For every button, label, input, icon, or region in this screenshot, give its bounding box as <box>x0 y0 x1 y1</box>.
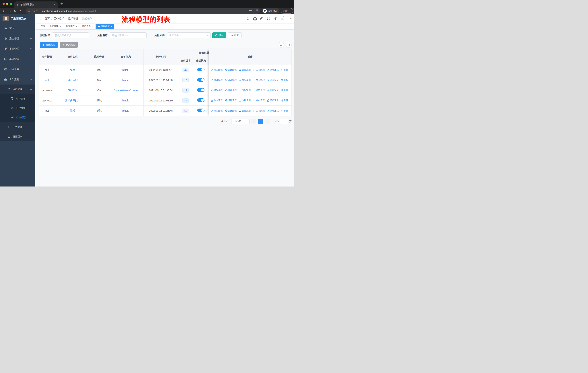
help-icon[interactable] <box>260 17 263 20</box>
op-publish-link[interactable]: ☝发布流程 <box>253 89 265 92</box>
process-name-link[interactable]: 自己审批 <box>67 79 78 81</box>
home-button[interactable]: ⌂ <box>18 10 23 13</box>
reset-button[interactable]: ↻ 重置 <box>228 32 242 38</box>
op-design-link[interactable]: ⚙设计流程 <box>225 109 237 112</box>
search-icon[interactable] <box>246 17 250 20</box>
page-size-select[interactable]: 10条/页 <box>231 119 250 124</box>
import-process-button[interactable]: 导入流程 <box>60 42 78 48</box>
process-name-link[interactable]: 测试多审批人 <box>65 99 80 102</box>
tab-tenant[interactable]: 租户管理× <box>48 24 63 29</box>
op-definition-link[interactable]: 流程定义 <box>267 99 279 102</box>
sidebar-item-infra[interactable]: 基础设施 <box>0 54 35 64</box>
breadcrumb-workflow[interactable]: 工作流程 <box>54 17 64 20</box>
tab-process-model[interactable]: 流程模型× <box>96 24 114 29</box>
sidebar-item-task-mgmt[interactable]: 任务管理 <box>0 122 35 132</box>
form-info-link[interactable]: biubiu <box>122 99 129 102</box>
sidebar-item-leave-query[interactable]: 请假查询 <box>0 132 35 141</box>
op-publish-link[interactable]: ☝发布流程 <box>253 79 265 81</box>
sidebar-item-process-mgmt[interactable]: 流程管理 <box>0 84 35 94</box>
create-process-button[interactable]: + 新建流程 <box>40 42 58 48</box>
op-publish-link[interactable]: ☝发布流程 <box>253 99 265 102</box>
close-icon[interactable]: × <box>92 25 94 28</box>
filter-category-select[interactable]: 流程分类 <box>167 32 210 38</box>
op-modify-link[interactable]: 修改流程 <box>211 68 222 71</box>
op-modify-link[interactable]: 修改流程 <box>211 99 222 102</box>
process-name-link[interactable]: OA 请假 <box>68 89 77 92</box>
sidebar-item-process-model[interactable]: 流程模型 <box>0 113 35 122</box>
op-modify-link[interactable]: 修改流程 <box>211 79 222 81</box>
form-info-link[interactable]: biubiu <box>122 69 129 71</box>
reload-button[interactable]: ↻ <box>12 10 18 13</box>
sidebar-item-payment[interactable]: ¥支付管理 <box>0 44 35 54</box>
op-delete-link[interactable]: 删除 <box>281 68 288 71</box>
browser-menu-icon[interactable]: ⋮ <box>289 10 291 12</box>
close-icon[interactable]: × <box>76 25 77 28</box>
close-icon[interactable]: × <box>59 25 61 28</box>
toggle-search-button[interactable] <box>278 42 284 48</box>
active-toggle[interactable] <box>197 98 205 102</box>
op-assign-link[interactable]: 分配规则 <box>239 79 251 81</box>
op-definition-link[interactable]: 流程定义 <box>267 79 279 81</box>
breadcrumb-process-mgmt[interactable]: 流程管理 <box>68 17 78 20</box>
url-bar[interactable]: ⚠ 不安全 | dashboard.yudao.iocoder.cn/bpm/m… <box>26 8 260 14</box>
close-window-button[interactable] <box>2 3 5 5</box>
active-toggle[interactable] <box>197 78 205 81</box>
breadcrumb-home[interactable]: 首页 <box>45 17 50 20</box>
tab-home[interactable]: 首页 <box>39 24 47 29</box>
op-publish-link[interactable]: ☝发布流程 <box>253 68 265 71</box>
active-toggle[interactable] <box>197 88 205 92</box>
op-delete-link[interactable]: 删除 <box>281 109 288 112</box>
avatar-caret-icon[interactable]: ▾ <box>290 18 292 20</box>
text-size-icon[interactable]: TT <box>273 17 276 20</box>
sidebar-collapse-icon[interactable] <box>38 17 42 20</box>
form-info-link[interactable]: biubiu <box>122 79 129 81</box>
op-modify-link[interactable]: 修改流程 <box>211 109 222 112</box>
prev-page-button[interactable]: ‹ <box>251 119 256 124</box>
next-page-button[interactable]: › <box>265 119 270 124</box>
op-publish-link[interactable]: ☝发布流程 <box>253 109 265 112</box>
sidebar-item-home[interactable]: 首页 <box>0 23 35 33</box>
process-name-link[interactable]: eeee <box>70 69 75 71</box>
minimize-window-button[interactable] <box>6 3 8 5</box>
new-tab-button[interactable]: + <box>60 2 63 5</box>
op-delete-link[interactable]: 删除 <box>281 89 288 92</box>
active-toggle[interactable] <box>197 109 205 112</box>
op-definition-link[interactable]: 流程定义 <box>267 89 279 92</box>
goto-page-input[interactable] <box>280 119 288 124</box>
github-icon[interactable] <box>253 17 257 20</box>
sidebar-item-devtools[interactable]: 研发工具 <box>0 64 35 74</box>
key-icon[interactable] <box>249 9 253 12</box>
filter-name-input[interactable] <box>110 32 147 38</box>
security-warning[interactable]: ⚠ 不安全 <box>28 10 38 13</box>
avatar[interactable] <box>280 15 287 22</box>
bookmark-star-icon[interactable]: ☆ <box>256 8 258 11</box>
op-design-link[interactable]: ⚙设计流程 <box>225 68 237 71</box>
browser-tab[interactable]: 芋道管理系统 × <box>14 1 58 8</box>
op-design-link[interactable]: ⚙设计流程 <box>225 89 237 92</box>
op-design-link[interactable]: ⚙设计流程 <box>225 79 237 81</box>
op-assign-link[interactable]: 分配规则 <box>239 109 251 112</box>
op-definition-link[interactable]: 流程定义 <box>267 109 279 112</box>
op-delete-link[interactable]: 删除 <box>281 99 288 102</box>
back-button[interactable]: ← <box>1 10 7 13</box>
op-design-link[interactable]: ⚙设计流程 <box>225 99 237 102</box>
op-assign-link[interactable]: 分配规则 <box>239 68 251 71</box>
fullscreen-icon[interactable] <box>267 17 270 20</box>
tab-my-process[interactable]: 我的流程× <box>64 24 79 29</box>
op-assign-link[interactable]: 分配规则 <box>239 89 251 92</box>
op-modify-link[interactable]: 修改流程 <box>211 89 222 92</box>
form-info-link[interactable]: biubiu <box>122 109 129 112</box>
sidebar-item-system[interactable]: ⚙系统管理 <box>0 33 35 44</box>
sidebar-item-workflow[interactable]: 工作流程 <box>0 74 35 84</box>
forward-button[interactable]: → <box>7 10 12 13</box>
page-1-button[interactable]: 1 <box>258 119 263 124</box>
op-assign-link[interactable]: 分配规则 <box>239 99 251 102</box>
refresh-table-button[interactable] <box>286 42 292 48</box>
sidebar-item-process-form[interactable]: 流程表单 <box>0 94 35 103</box>
tab-process-form[interactable]: 流程表单× <box>80 24 95 29</box>
op-definition-link[interactable]: 流程定义 <box>267 68 279 71</box>
tab-close-icon[interactable]: × <box>53 3 56 6</box>
search-button[interactable]: 搜索 <box>212 32 226 38</box>
close-icon[interactable]: × <box>111 25 113 28</box>
filter-key-input[interactable] <box>52 32 89 38</box>
